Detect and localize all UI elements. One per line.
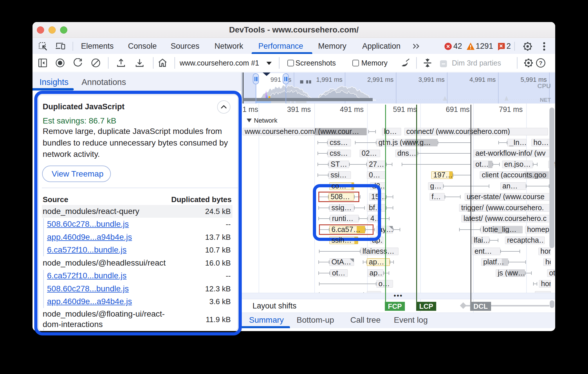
svg-text:?: ?: [539, 60, 542, 66]
